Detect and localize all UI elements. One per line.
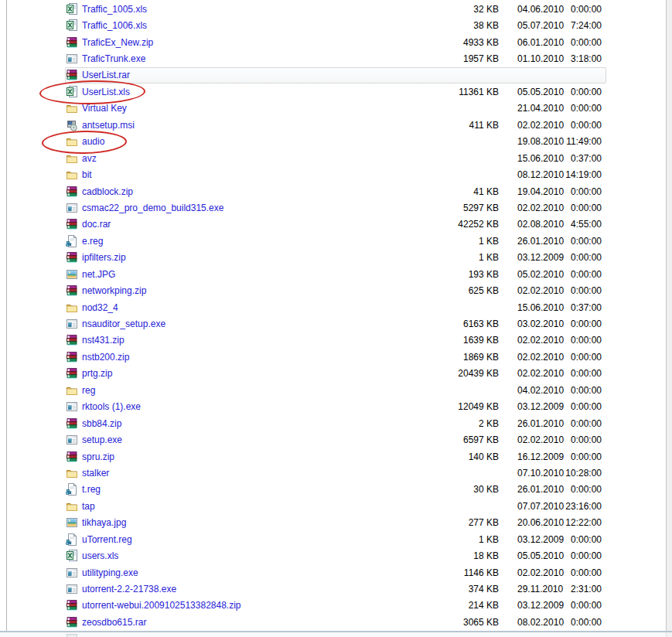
- file-name-link[interactable]: Virtual Key: [82, 103, 421, 114]
- file-date: 15.06.2010: [517, 302, 565, 313]
- file-row[interactable]: csmac22_pro_demo_build315.exe 5297 KB 02…: [0, 199, 666, 216]
- file-row[interactable]: avz 15.06.2010 0:37:00: [0, 150, 666, 166]
- file-date: 26.01.2010: [517, 236, 565, 247]
- file-name-link[interactable]: e.reg: [82, 236, 421, 247]
- file-row[interactable]: utorrent-webui.2009102513382848.zip 214 …: [0, 598, 666, 614]
- file-row[interactable]: tap 07.07.2010 23:16:00: [0, 498, 666, 514]
- winrar-archive-icon: [66, 451, 78, 463]
- file-row[interactable]: ipfilters.zip 1 KB 03.12.2009 0:00:00: [0, 250, 666, 266]
- file-name-link[interactable]: nod32_4: [82, 302, 421, 313]
- file-name-link[interactable]: stalker: [82, 468, 421, 479]
- file-row[interactable]: spru.zip 140 KB 16.12.2009 0:00:00: [0, 448, 666, 465]
- file-row[interactable]: TraficTrunk.exe 1957 KB 01.10.2010 3:18:…: [0, 50, 666, 66]
- winrar-archive-icon: [66, 616, 78, 628]
- file-time: 0:00:00: [565, 534, 602, 545]
- file-row[interactable]: cadblock.zip 41 KB 19.04.2010 0:00:00: [0, 183, 666, 199]
- file-name-link[interactable]: Traffic_1006.xls: [82, 20, 421, 31]
- file-name-link[interactable]: users.xls: [82, 550, 421, 561]
- file-name-link[interactable]: avz: [82, 153, 421, 164]
- file-row[interactable]: users.xls 18 KB 05.05.2010 0:00:00: [0, 547, 666, 564]
- file-name-link[interactable]: antsetup.msi: [82, 120, 421, 131]
- file-time: 0:00:00: [565, 484, 602, 495]
- file-row[interactable]: UserList.xls 11361 KB 05.05.2010 0:00:00: [0, 83, 666, 100]
- registry-file-icon: [66, 235, 78, 247]
- file-row[interactable]: nstb200.zip 1869 KB 02.02.2010 0:00:00: [0, 349, 666, 365]
- file-row[interactable]: audio 19.08.2010 11:49:00: [0, 134, 666, 150]
- file-name-link[interactable]: TraficTrunk.exe: [82, 53, 421, 64]
- file-row[interactable]: bit 08.12.2010 14:19:00: [0, 166, 666, 182]
- file-row[interactable]: sbb84.zip 2 KB 26.01.2010 0:00:00: [0, 415, 666, 431]
- file-row[interactable]: nsauditor_setup.exe 6163 KB 03.02.2010 0…: [0, 315, 666, 332]
- file-row[interactable]: doc.rar 42252 KB 02.08.2010 4:55:00: [0, 216, 666, 233]
- file-name-link[interactable]: utilityping.exe: [82, 567, 421, 578]
- file-name-link[interactable]: cadblock.zip: [82, 186, 421, 197]
- file-row[interactable]: reg 04.02.2010 0:00:00: [0, 382, 666, 398]
- file-name-link[interactable]: doc.rar: [82, 219, 421, 230]
- file-name-link[interactable]: tikhaya.jpg: [82, 517, 421, 528]
- file-name-link[interactable]: UserList.rar: [82, 70, 421, 80]
- file-row[interactable]: utilityping.exe 1146 KB 02.02.2010 0:00:…: [0, 564, 666, 581]
- excel-file-icon: [66, 550, 78, 562]
- file-name-link[interactable]: nst431.zip: [82, 335, 421, 346]
- file-row[interactable]: t.reg 30 KB 26.01.2010 0:00:00: [0, 482, 666, 498]
- file-row[interactable]: zeosdbo615.rar 3065 KB 08.02.2010 0:00:0…: [0, 614, 666, 630]
- file-name-link[interactable]: reg: [82, 385, 421, 396]
- file-row[interactable]: Traffic_1005.xls 32 KB 04.06.2010 0:00:0…: [0, 1, 666, 17]
- file-name-link[interactable]: nsauditor_setup.exe: [82, 318, 421, 329]
- file-size: 1146 KB: [421, 567, 499, 578]
- file-time: 0:00:00: [565, 4, 602, 15]
- file-row[interactable]: nst431.zip 1639 KB 02.02.2010 0:00:00: [0, 332, 666, 349]
- file-row[interactable]: nod32_4 15.06.2010 0:37:00: [0, 299, 666, 315]
- file-name-link[interactable]: utorrent-webui.2009102513382848.zip: [82, 600, 421, 611]
- file-row[interactable]: rktools (1).exe 12049 KB 03.12.2009 0:00…: [0, 399, 666, 415]
- file-name-link[interactable]: nstb200.zip: [82, 352, 421, 363]
- file-date: 05.02.2010: [517, 269, 565, 280]
- file-row[interactable]: Traffic_1006.xls 38 KB 05.07.2010 7:24:0…: [0, 17, 666, 33]
- file-row[interactable]: utorrent-2.2-21738.exe 374 KB 29.11.2010…: [0, 581, 666, 597]
- file-time: 0:00:00: [565, 37, 602, 48]
- file-name-link[interactable]: setup.exe: [82, 434, 421, 445]
- file-time: 0:00:00: [565, 203, 602, 213]
- file-row[interactable]: networkping.zip 625 KB 02.02.2010 0:00:0…: [0, 282, 666, 298]
- winrar-archive-icon: [66, 36, 78, 49]
- file-name-link[interactable]: sbb84.zip: [82, 418, 421, 429]
- file-row[interactable]: TraficEx_New.zip 4933 KB 06.01.2010 0:00…: [0, 34, 666, 50]
- file-row[interactable]: UserList.rar 1702 KB 01.04.2010 0:00:00: [0, 67, 666, 83]
- file-name-link[interactable]: audio: [82, 136, 421, 147]
- file-date: 04.02.2010: [517, 385, 565, 396]
- file-row[interactable]: prtg.zip 20439 KB 02.02.2010 0:00:00: [0, 366, 666, 382]
- file-name-link[interactable]: ipfilters.zip: [82, 252, 421, 263]
- file-name-link[interactable]: utorrent-2.2-21738.exe: [82, 584, 421, 594]
- file-explorer-list-view: Traffic_1005.xls 32 KB 04.06.2010 0:00:0…: [0, 0, 672, 637]
- file-name-link[interactable]: csmac22_pro_demo_build315.exe: [82, 203, 421, 213]
- file-row[interactable]: uTorrent.reg 1 KB 03.12.2009 0:00:00: [0, 531, 666, 547]
- file-name-link[interactable]: t.reg: [82, 484, 421, 495]
- file-time: 0:00:00: [565, 252, 602, 263]
- file-row[interactable]: net.JPG 193 KB 05.02.2010 0:00:00: [0, 266, 666, 282]
- file-name-link[interactable]: net.JPG: [82, 269, 421, 280]
- file-name-link[interactable]: Traffic_1005.xls: [82, 4, 421, 15]
- file-date: 03.02.2010: [517, 318, 565, 329]
- file-name-link[interactable]: spru.zip: [82, 451, 421, 462]
- file-size: 1639 KB: [421, 335, 499, 346]
- file-name-link[interactable]: uTorrent.reg: [82, 534, 421, 545]
- file-name-link[interactable]: prtg.zip: [82, 368, 421, 379]
- file-name-link[interactable]: UserList.xls: [82, 87, 421, 97]
- file-row[interactable]: setup.exe 6597 KB 02.02.2010 0:00:00: [0, 431, 666, 448]
- file-name-link[interactable]: TraficEx_New.zip: [82, 37, 421, 48]
- scrollbar-gutter[interactable]: [667, 0, 672, 637]
- file-row[interactable]: antsetup.msi 411 KB 02.02.2010 0:00:00: [0, 117, 666, 133]
- file-date: 07.10.2010: [517, 468, 565, 479]
- file-name-link[interactable]: rktools (1).exe: [82, 401, 421, 412]
- file-date: 02.08.2010: [517, 219, 565, 230]
- file-time: 0:00:00: [565, 103, 602, 114]
- file-row[interactable]: Virtual Key 21.04.2010 0:00:00: [0, 100, 666, 117]
- file-row[interactable]: stalker 07.10.2010 10:28:00: [0, 465, 666, 481]
- file-name-link[interactable]: zeosdbo615.rar: [82, 617, 421, 628]
- file-name-link[interactable]: networkping.zip: [82, 285, 421, 296]
- file-name-link[interactable]: bit: [82, 169, 421, 180]
- file-name-link[interactable]: tap: [82, 501, 421, 512]
- file-row[interactable]: e.reg 1 KB 26.01.2010 0:00:00: [0, 233, 666, 249]
- file-row[interactable]: tikhaya.jpg 277 KB 20.06.2010 12:22:00: [0, 515, 666, 531]
- file-size: 4933 KB: [421, 37, 499, 48]
